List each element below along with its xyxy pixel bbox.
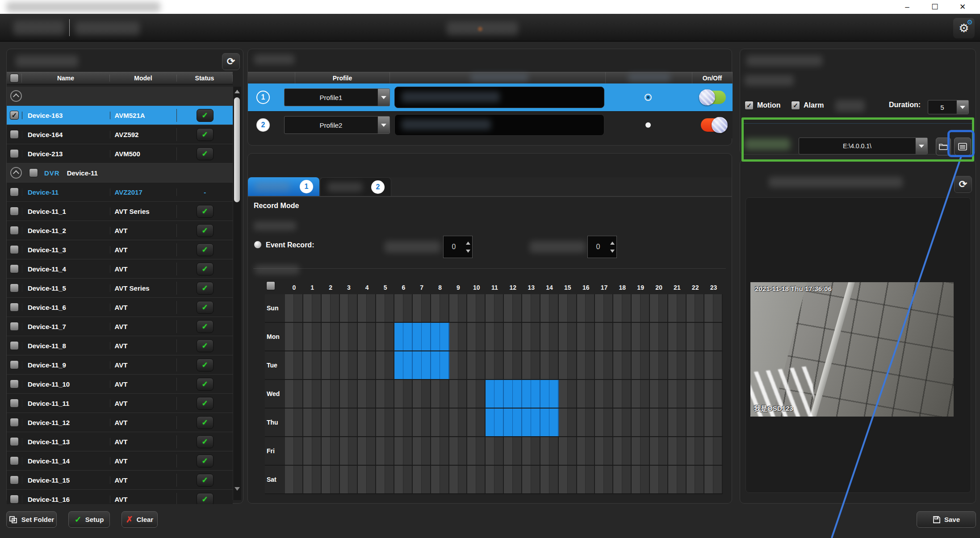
event-record-radio[interactable]: [254, 241, 261, 248]
schedule-cell[interactable]: [394, 351, 403, 379]
schedule-cell[interactable]: [713, 294, 723, 322]
schedule-cell[interactable]: [650, 294, 659, 322]
schedule-cell[interactable]: [394, 409, 403, 436]
schedule-cell[interactable]: [622, 380, 632, 408]
schedule-cell[interactable]: [322, 409, 331, 436]
schedule-cell[interactable]: [659, 351, 668, 379]
schedule-cell[interactable]: [467, 380, 476, 408]
schedule-cell[interactable]: [522, 323, 531, 350]
schedule-cell[interactable]: [331, 351, 340, 379]
schedule-cell[interactable]: [376, 294, 385, 322]
schedule-cell[interactable]: [348, 294, 358, 322]
device-group-header[interactable]: [7, 87, 233, 106]
schedule-cell[interactable]: [559, 409, 568, 436]
schedule-cell[interactable]: [413, 437, 422, 465]
schedule-cell[interactable]: [476, 466, 486, 493]
schedule-cell[interactable]: [513, 466, 522, 493]
schedule-cell[interactable]: [340, 294, 349, 322]
schedule-cell[interactable]: [695, 323, 704, 350]
schedule-cell[interactable]: [494, 437, 504, 465]
schedule-cell[interactable]: [303, 409, 312, 436]
schedule-cell[interactable]: [531, 294, 540, 322]
schedule-cell[interactable]: [458, 466, 468, 493]
schedule-cell[interactable]: [422, 294, 431, 322]
schedule-cell[interactable]: [312, 466, 322, 493]
schedule-cell[interactable]: [458, 294, 468, 322]
schedule-select-all-checkbox[interactable]: [266, 281, 275, 290]
device-row[interactable]: Device-11_16AVT✓: [7, 490, 233, 504]
schedule-cell[interactable]: [367, 294, 376, 322]
schedule-cell[interactable]: [513, 437, 522, 465]
schedule-cell[interactable]: [650, 380, 659, 408]
schedule-cell[interactable]: [285, 294, 294, 322]
schedule-cell[interactable]: [422, 351, 431, 379]
schedule-cell[interactable]: [613, 437, 622, 465]
profile2-dropdown[interactable]: Profile2: [284, 116, 390, 134]
schedule-cell[interactable]: [659, 323, 668, 350]
schedule-cell[interactable]: [285, 380, 294, 408]
schedule-cell[interactable]: [440, 323, 449, 350]
schedule-cell[interactable]: [340, 409, 349, 436]
schedule-cell[interactable]: [522, 294, 531, 322]
schedule-cell[interactable]: [513, 351, 522, 379]
schedule-cell[interactable]: [385, 437, 394, 465]
schedule-cell[interactable]: [713, 466, 723, 493]
column-header-model[interactable]: Model: [110, 75, 177, 82]
schedule-cell[interactable]: [422, 437, 431, 465]
schedule-cell[interactable]: [559, 323, 568, 350]
select-all-checkbox[interactable]: [10, 74, 19, 83]
schedule-cell[interactable]: [559, 380, 568, 408]
device-checkbox[interactable]: [10, 341, 19, 350]
schedule-cell[interactable]: [358, 409, 367, 436]
schedule-cell[interactable]: [431, 437, 440, 465]
schedule-cell[interactable]: [358, 466, 367, 493]
device-checkbox[interactable]: [10, 284, 19, 292]
schedule-cell[interactable]: [367, 409, 376, 436]
schedule-cell[interactable]: [568, 466, 577, 493]
tab-1[interactable]: 1: [248, 177, 319, 196]
schedule-cell[interactable]: [713, 437, 723, 465]
close-button[interactable]: ✕: [949, 0, 976, 14]
clear-button[interactable]: ✗ Clear: [121, 511, 158, 528]
schedule-cell[interactable]: [568, 351, 577, 379]
schedule-cell[interactable]: [358, 380, 367, 408]
schedule-cell[interactable]: [331, 323, 340, 350]
schedule-cell[interactable]: [695, 409, 704, 436]
profile1-toggle[interactable]: [701, 91, 726, 104]
schedule-cell[interactable]: [522, 351, 531, 379]
schedule-cell[interactable]: [604, 323, 613, 350]
schedule-cell[interactable]: [340, 323, 349, 350]
device-checkbox[interactable]: [10, 322, 19, 331]
schedule-cell[interactable]: [540, 351, 549, 379]
schedule-cell[interactable]: [713, 409, 723, 436]
schedule-cell[interactable]: [394, 437, 403, 465]
schedule-cell[interactable]: [522, 466, 531, 493]
schedule-cell[interactable]: [476, 351, 486, 379]
device-checkbox[interactable]: [10, 437, 19, 446]
collapse-icon[interactable]: [10, 90, 22, 102]
schedule-cell[interactable]: [531, 323, 540, 350]
schedule-cell[interactable]: [458, 409, 468, 436]
refresh-preview-button[interactable]: ⟳: [954, 176, 972, 193]
schedule-cell[interactable]: [294, 437, 303, 465]
schedule-cell[interactable]: [403, 294, 413, 322]
schedule-cell[interactable]: [613, 323, 622, 350]
schedule-cell[interactable]: [431, 294, 440, 322]
device-checkbox[interactable]: [10, 399, 19, 408]
camera-video-frame[interactable]: 2021-11-18 Thu 17:36:06 我是OSD123: [750, 282, 954, 417]
schedule-cell[interactable]: [331, 380, 340, 408]
schedule-cell[interactable]: [294, 380, 303, 408]
spinner-1[interactable]: 0: [443, 236, 473, 258]
schedule-cell[interactable]: [613, 466, 622, 493]
schedule-cell[interactable]: [695, 294, 704, 322]
schedule-cell[interactable]: [559, 466, 568, 493]
schedule-cell[interactable]: [559, 351, 568, 379]
schedule-cell[interactable]: [668, 380, 677, 408]
schedule-cell[interactable]: [632, 323, 641, 350]
schedule-cell[interactable]: [403, 437, 413, 465]
schedule-cell[interactable]: [504, 437, 513, 465]
schedule-cell[interactable]: [577, 380, 586, 408]
schedule-cell[interactable]: [394, 380, 403, 408]
schedule-cell[interactable]: [713, 351, 723, 379]
schedule-cell[interactable]: [294, 466, 303, 493]
